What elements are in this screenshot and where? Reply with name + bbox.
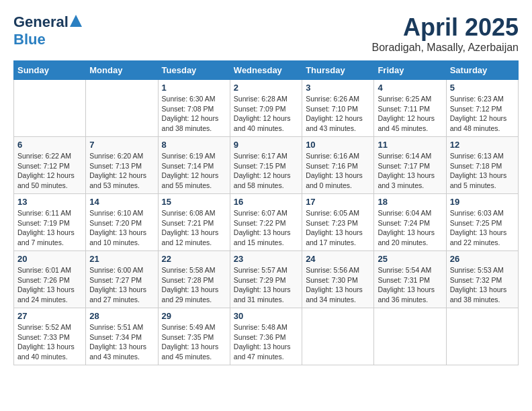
day-info: Sunrise: 5:53 AM Sunset: 7:32 PM Dayligh… <box>450 265 515 305</box>
calendar-day-cell: 13Sunrise: 6:11 AM Sunset: 7:19 PM Dayli… <box>14 194 86 251</box>
day-info: Sunrise: 6:13 AM Sunset: 7:18 PM Dayligh… <box>450 151 515 191</box>
day-number: 10 <box>306 140 370 150</box>
calendar-day-cell: 20Sunrise: 6:01 AM Sunset: 7:26 PM Dayli… <box>14 251 86 308</box>
logo-general-text: General <box>13 13 69 31</box>
day-info: Sunrise: 6:04 AM Sunset: 7:24 PM Dayligh… <box>378 208 442 248</box>
day-number: 11 <box>378 140 442 150</box>
day-info: Sunrise: 5:56 AM Sunset: 7:30 PM Dayligh… <box>306 265 370 305</box>
day-number: 24 <box>306 254 370 264</box>
day-info: Sunrise: 5:49 AM Sunset: 7:35 PM Dayligh… <box>162 322 226 362</box>
calendar-day-cell: 17Sunrise: 6:05 AM Sunset: 7:23 PM Dayli… <box>302 194 374 251</box>
calendar-day-cell: 5Sunrise: 6:23 AM Sunset: 7:12 PM Daylig… <box>446 80 518 137</box>
day-number: 30 <box>234 311 298 321</box>
day-info: Sunrise: 6:10 AM Sunset: 7:20 PM Dayligh… <box>89 208 154 248</box>
calendar-day-cell: 29Sunrise: 5:49 AM Sunset: 7:35 PM Dayli… <box>158 308 230 365</box>
day-number: 14 <box>89 197 154 207</box>
day-number: 8 <box>162 140 226 150</box>
day-info: Sunrise: 5:54 AM Sunset: 7:31 PM Dayligh… <box>378 265 442 305</box>
weekday-header-sunday: Sunday <box>14 61 86 80</box>
day-number: 27 <box>17 311 82 321</box>
day-info: Sunrise: 6:03 AM Sunset: 7:25 PM Dayligh… <box>450 208 515 248</box>
day-info: Sunrise: 6:17 AM Sunset: 7:15 PM Dayligh… <box>234 151 298 191</box>
day-info: Sunrise: 6:14 AM Sunset: 7:17 PM Dayligh… <box>378 151 442 191</box>
day-info: Sunrise: 6:05 AM Sunset: 7:23 PM Dayligh… <box>306 208 370 248</box>
calendar-day-cell: 19Sunrise: 6:03 AM Sunset: 7:25 PM Dayli… <box>446 194 518 251</box>
month-title: April 2025 <box>372 13 519 42</box>
calendar-day-cell: 10Sunrise: 6:16 AM Sunset: 7:16 PM Dayli… <box>302 137 374 194</box>
weekday-header-friday: Friday <box>374 61 446 80</box>
page-header: General Blue April 2025 Boradigah, Masal… <box>13 13 519 54</box>
calendar-day-cell: 25Sunrise: 5:54 AM Sunset: 7:31 PM Dayli… <box>374 251 446 308</box>
weekday-header-saturday: Saturday <box>446 61 518 80</box>
weekday-header-monday: Monday <box>86 61 158 80</box>
day-info: Sunrise: 6:26 AM Sunset: 7:10 PM Dayligh… <box>306 94 370 134</box>
day-number: 4 <box>378 83 442 93</box>
calendar-day-cell: 30Sunrise: 5:48 AM Sunset: 7:36 PM Dayli… <box>230 308 302 365</box>
day-info: Sunrise: 5:48 AM Sunset: 7:36 PM Dayligh… <box>234 322 298 362</box>
day-info: Sunrise: 5:52 AM Sunset: 7:33 PM Dayligh… <box>17 322 82 362</box>
day-number: 17 <box>306 197 370 207</box>
calendar-day-cell: 1Sunrise: 6:30 AM Sunset: 7:08 PM Daylig… <box>158 80 230 137</box>
calendar-day-cell: 4Sunrise: 6:25 AM Sunset: 7:11 PM Daylig… <box>374 80 446 137</box>
day-number: 15 <box>162 197 226 207</box>
calendar-day-cell: 26Sunrise: 5:53 AM Sunset: 7:32 PM Dayli… <box>446 251 518 308</box>
calendar-week-row: 13Sunrise: 6:11 AM Sunset: 7:19 PM Dayli… <box>14 194 519 251</box>
calendar-day-cell: 28Sunrise: 5:51 AM Sunset: 7:34 PM Dayli… <box>86 308 158 365</box>
calendar-table: SundayMondayTuesdayWednesdayThursdayFrid… <box>13 60 519 365</box>
day-info: Sunrise: 6:25 AM Sunset: 7:11 PM Dayligh… <box>378 94 442 134</box>
day-number: 26 <box>450 254 515 264</box>
day-number: 6 <box>17 140 82 150</box>
day-number: 29 <box>162 311 226 321</box>
empty-cell <box>14 80 86 137</box>
day-info: Sunrise: 6:01 AM Sunset: 7:26 PM Dayligh… <box>17 265 82 305</box>
day-number: 20 <box>17 254 82 264</box>
empty-cell <box>302 308 374 365</box>
calendar-day-cell: 27Sunrise: 5:52 AM Sunset: 7:33 PM Dayli… <box>14 308 86 365</box>
day-info: Sunrise: 6:08 AM Sunset: 7:21 PM Dayligh… <box>162 208 226 248</box>
calendar-day-cell: 18Sunrise: 6:04 AM Sunset: 7:24 PM Dayli… <box>374 194 446 251</box>
day-number: 7 <box>89 140 154 150</box>
day-info: Sunrise: 5:58 AM Sunset: 7:28 PM Dayligh… <box>162 265 226 305</box>
day-info: Sunrise: 6:19 AM Sunset: 7:14 PM Dayligh… <box>162 151 226 191</box>
weekday-header-wednesday: Wednesday <box>230 61 302 80</box>
calendar-day-cell: 3Sunrise: 6:26 AM Sunset: 7:10 PM Daylig… <box>302 80 374 137</box>
day-number: 16 <box>234 197 298 207</box>
calendar-week-row: 20Sunrise: 6:01 AM Sunset: 7:26 PM Dayli… <box>14 251 519 308</box>
calendar-day-cell: 12Sunrise: 6:13 AM Sunset: 7:18 PM Dayli… <box>446 137 518 194</box>
weekday-header-row: SundayMondayTuesdayWednesdayThursdayFrid… <box>14 61 519 80</box>
day-info: Sunrise: 6:20 AM Sunset: 7:13 PM Dayligh… <box>89 151 154 191</box>
day-info: Sunrise: 6:07 AM Sunset: 7:22 PM Dayligh… <box>234 208 298 248</box>
day-info: Sunrise: 5:57 AM Sunset: 7:29 PM Dayligh… <box>234 265 298 305</box>
calendar-day-cell: 21Sunrise: 6:00 AM Sunset: 7:27 PM Dayli… <box>86 251 158 308</box>
day-number: 12 <box>450 140 515 150</box>
day-info: Sunrise: 6:11 AM Sunset: 7:19 PM Dayligh… <box>17 208 82 248</box>
location-text: Boradigah, Masally, Azerbaijan <box>372 42 519 54</box>
empty-cell <box>374 308 446 365</box>
calendar-day-cell: 23Sunrise: 5:57 AM Sunset: 7:29 PM Dayli… <box>230 251 302 308</box>
day-number: 1 <box>162 83 226 93</box>
day-info: Sunrise: 6:23 AM Sunset: 7:12 PM Dayligh… <box>450 94 515 134</box>
day-number: 5 <box>450 83 515 93</box>
day-number: 25 <box>378 254 442 264</box>
day-number: 22 <box>162 254 226 264</box>
calendar-day-cell: 15Sunrise: 6:08 AM Sunset: 7:21 PM Dayli… <box>158 194 230 251</box>
calendar-day-cell: 22Sunrise: 5:58 AM Sunset: 7:28 PM Dayli… <box>158 251 230 308</box>
day-number: 18 <box>378 197 442 207</box>
weekday-header-tuesday: Tuesday <box>158 61 230 80</box>
day-number: 9 <box>234 140 298 150</box>
calendar-body: 1Sunrise: 6:30 AM Sunset: 7:08 PM Daylig… <box>14 80 519 365</box>
day-info: Sunrise: 5:51 AM Sunset: 7:34 PM Dayligh… <box>89 322 154 362</box>
calendar-day-cell: 6Sunrise: 6:22 AM Sunset: 7:12 PM Daylig… <box>14 137 86 194</box>
calendar-day-cell: 14Sunrise: 6:10 AM Sunset: 7:20 PM Dayli… <box>86 194 158 251</box>
day-number: 21 <box>89 254 154 264</box>
day-number: 28 <box>89 311 154 321</box>
logo: General Blue <box>13 13 82 48</box>
svg-marker-0 <box>70 15 82 27</box>
day-info: Sunrise: 6:30 AM Sunset: 7:08 PM Dayligh… <box>162 94 226 134</box>
title-area: April 2025 Boradigah, Masally, Azerbaija… <box>372 13 519 54</box>
calendar-week-row: 27Sunrise: 5:52 AM Sunset: 7:33 PM Dayli… <box>14 308 519 365</box>
empty-cell <box>446 308 518 365</box>
calendar-day-cell: 9Sunrise: 6:17 AM Sunset: 7:15 PM Daylig… <box>230 137 302 194</box>
calendar-day-cell: 8Sunrise: 6:19 AM Sunset: 7:14 PM Daylig… <box>158 137 230 194</box>
logo-triangle-icon <box>70 15 82 27</box>
